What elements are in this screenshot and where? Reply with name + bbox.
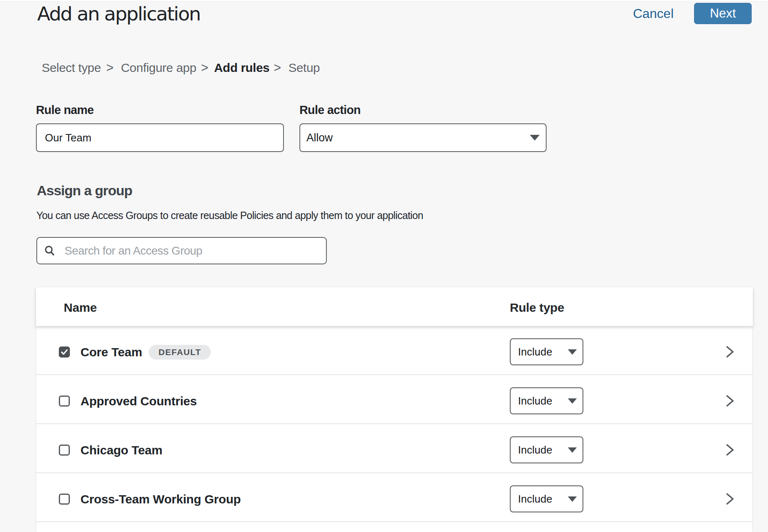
assign-group-description: You can use Access Groups to create reus…: [36, 209, 423, 222]
table-row-core-team: Core Team DEFAULT Include: [36, 326, 752, 375]
access-group-search: [36, 237, 327, 264]
next-button[interactable]: Next: [694, 3, 752, 24]
table-row-chicago-team: Chicago Team Include: [36, 424, 752, 473]
access-group-table: Core Team DEFAULT Include Approved Count…: [36, 326, 752, 532]
rule-type-select-chicago-team[interactable]: Include: [510, 436, 583, 463]
row-name: Approved Countries: [80, 394, 197, 408]
checkbox-core-team[interactable]: [59, 346, 70, 358]
chevron-right-icon[interactable]: [723, 344, 737, 360]
breadcrumb-step-configure-app[interactable]: Configure app: [121, 59, 196, 77]
breadcrumb-separator: >: [106, 59, 114, 77]
search-icon: [45, 246, 55, 256]
breadcrumb-separator: >: [274, 59, 281, 77]
chevron-down-icon: [530, 135, 540, 141]
chevron-down-icon: [568, 349, 577, 355]
rule-type-select-cross-team-working-group[interactable]: Include: [510, 485, 583, 512]
breadcrumb-step-add-rules[interactable]: Add rules: [214, 59, 270, 77]
rule-name-label: Rule name: [36, 103, 94, 117]
rule-action-label: Rule action: [299, 103, 361, 117]
checkbox-chicago-team[interactable]: [59, 445, 70, 456]
column-header-name: Name: [64, 301, 97, 315]
row-name: Core Team: [80, 345, 142, 359]
chevron-right-icon[interactable]: [723, 442, 737, 458]
assign-group-heading: Assign a group: [37, 181, 132, 199]
search-input[interactable]: [65, 239, 319, 263]
rule-type-value: Include: [518, 444, 568, 456]
checkbox-cross-team-working-group[interactable]: [59, 494, 70, 505]
breadcrumb-step-setup[interactable]: Setup: [288, 59, 320, 77]
header-actions: Cancel Next: [633, 3, 752, 24]
checkbox-approved-countries[interactable]: [59, 396, 70, 407]
rule-type-select-core-team[interactable]: Include: [510, 338, 583, 365]
cancel-button[interactable]: Cancel: [633, 3, 674, 24]
rule-type-value: Include: [518, 493, 568, 505]
rule-name-input[interactable]: [36, 123, 284, 152]
check-icon: [60, 348, 69, 356]
page-title: Add an application: [37, 2, 200, 25]
chevron-down-icon: [568, 496, 577, 502]
breadcrumb: Select type > Configure app > Add rules …: [42, 59, 368, 77]
rule-action-value: Allow: [306, 132, 530, 144]
chevron-right-icon[interactable]: [723, 491, 737, 507]
top-chrome-edge: [0, 0, 768, 2]
chevron-down-icon: [568, 447, 577, 453]
row-name: Cross-Team Working Group: [80, 492, 241, 506]
chevron-down-icon: [568, 398, 577, 404]
table-header: Name Rule type: [36, 287, 753, 326]
table-row-cross-team-working-group: Cross-Team Working Group Include: [36, 473, 752, 522]
table-row-approved-countries: Approved Countries Include: [36, 375, 752, 424]
row-name: Chicago Team: [80, 443, 162, 457]
chevron-right-icon[interactable]: [723, 393, 737, 409]
rule-action-select[interactable]: Allow: [299, 123, 547, 152]
rule-type-value: Include: [518, 346, 568, 358]
rule-type-select-approved-countries[interactable]: Include: [510, 387, 583, 414]
default-badge: DEFAULT: [149, 345, 211, 360]
breadcrumb-step-select-type[interactable]: Select type: [42, 59, 101, 77]
column-header-rule-type: Rule type: [510, 301, 564, 315]
breadcrumb-separator: >: [201, 59, 208, 77]
rule-type-value: Include: [518, 395, 568, 407]
